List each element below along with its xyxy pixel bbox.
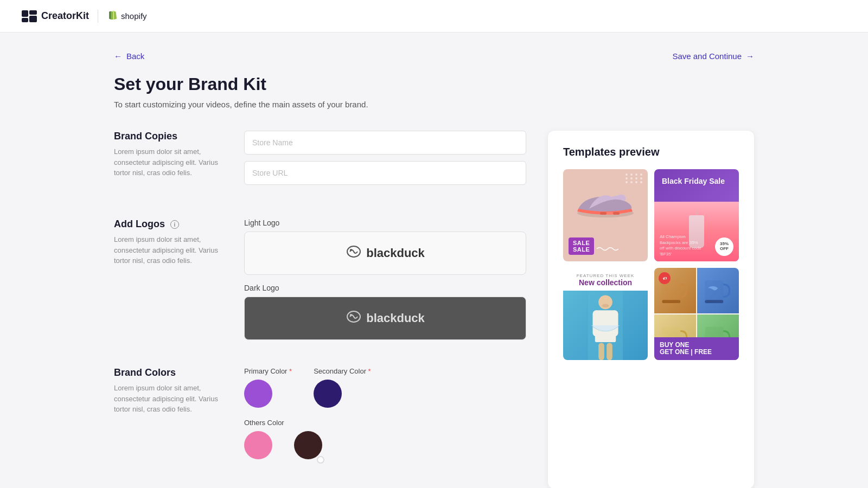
back-label: Back <box>126 52 144 61</box>
brand-colors-title: Brand Colors <box>114 367 233 378</box>
add-logos-section: Add Logos i Lorem ipsum dolor sit amet, … <box>114 219 526 340</box>
svg-point-5 <box>350 249 352 251</box>
primary-color-group: Primary Color * <box>244 367 292 408</box>
brand-colors-description: Lorem ipsum dolor sit amet, consectetur … <box>114 383 233 415</box>
page-subtitle: To start customizing your videos, define… <box>114 100 754 109</box>
other-color-swatch-2-wrapper <box>294 431 322 461</box>
light-logo-label: Light Logo <box>244 219 526 227</box>
shopify-label: shopify <box>121 11 147 21</box>
shopify-logo: shopify <box>107 9 147 23</box>
dark-logo-upload[interactable]: blackduck <box>244 297 526 340</box>
light-logo-group: Light Logo blackduck <box>244 219 526 275</box>
forward-arrow-icon: → <box>746 52 754 61</box>
svg-rect-23 <box>705 300 723 303</box>
svg-rect-18 <box>598 343 604 360</box>
colors-inputs: Primary Color * Secondary Color * <box>244 367 526 461</box>
template-card-4[interactable]: 🏷 BUY ONE GET ONE | FREE <box>654 268 739 360</box>
blackduck-icon-dark <box>346 309 362 328</box>
template-3-image <box>563 291 648 360</box>
info-icon[interactable]: i <box>170 220 179 229</box>
header: CreatorKit shopify <box>0 0 868 33</box>
buy-one-label: BUY ONE GET ONE | FREE <box>660 342 733 356</box>
other-color-swatch-2[interactable] <box>294 431 322 459</box>
main-content: ← Back Save and Continue → Set your Bran… <box>81 33 787 488</box>
svg-rect-2 <box>29 10 37 15</box>
page-title: Set your Brand Kit <box>114 74 754 94</box>
template-2-header: Black Friday Sale <box>662 177 731 188</box>
save-continue-button[interactable]: Save and Continue → <box>672 52 754 61</box>
template-card-3[interactable]: FEATURED THIS WEEK New collection <box>563 268 648 360</box>
brand-copies-inputs <box>244 131 526 191</box>
primary-secondary-row: Primary Color * Secondary Color * <box>244 367 526 408</box>
svg-point-14 <box>602 304 609 307</box>
logo-upload-section: Light Logo blackduck <box>244 219 526 340</box>
creatorkit-icon <box>22 10 37 22</box>
template-1-text: SALESALE <box>569 237 618 256</box>
black-friday-title: Black Friday Sale <box>662 177 731 186</box>
shopify-bag-icon <box>107 9 118 23</box>
template-card-1[interactable]: SALESALE <box>563 169 648 261</box>
dark-logo-label: Dark Logo <box>244 284 526 292</box>
mug-2 <box>697 268 739 313</box>
content-layout: Brand Copies Lorem ipsum dolor sit amet,… <box>114 131 754 488</box>
svg-rect-11 <box>613 212 620 215</box>
template-2-caption: All Champion Backpacks are 35% off with … <box>660 234 703 257</box>
svg-rect-3 <box>29 16 37 22</box>
buy-one-overlay: BUY ONE GET ONE | FREE <box>654 337 739 360</box>
light-logo-upload[interactable]: blackduck <box>244 232 526 275</box>
shoe-image <box>563 175 648 226</box>
brand-colors-section: Brand Colors Lorem ipsum dolor sit amet,… <box>114 367 526 461</box>
dark-logo-display: blackduck <box>346 309 425 328</box>
templates-title: Templates preview <box>563 146 739 158</box>
sale-badge: SALESALE <box>569 237 594 255</box>
svg-point-7 <box>350 314 352 316</box>
svg-rect-17 <box>611 310 618 336</box>
back-button[interactable]: ← Back <box>114 52 144 61</box>
new-collection-title: New collection <box>569 278 642 287</box>
store-url-input[interactable] <box>244 161 526 185</box>
others-color-swatches <box>244 431 526 461</box>
required-star-primary: * <box>289 367 292 375</box>
light-logo-display: blackduck <box>346 244 425 262</box>
templates-grid: SALESALE Black Friday Sale <box>563 169 739 360</box>
wavy-decoration <box>597 246 618 252</box>
creatorkit-label: CreatorKit <box>41 10 89 22</box>
templates-panel: Templates preview <box>548 131 754 488</box>
template-2-badge: 35%OFF <box>715 237 733 256</box>
svg-rect-1 <box>22 18 28 22</box>
primary-color-label: Primary Color * <box>244 367 292 375</box>
other-color-swatch-1[interactable] <box>244 431 272 459</box>
featured-label: FEATURED THIS WEEK <box>569 273 642 278</box>
svg-rect-10 <box>607 212 613 215</box>
save-continue-label: Save and Continue <box>672 52 742 61</box>
brand-copies-section: Brand Copies Lorem ipsum dolor sit amet,… <box>114 131 526 191</box>
store-name-input[interactable] <box>244 131 526 155</box>
secondary-color-label: Secondary Color * <box>314 367 371 375</box>
primary-color-swatch[interactable] <box>244 380 272 408</box>
left-column: Brand Copies Lorem ipsum dolor sit amet,… <box>114 131 526 488</box>
secondary-color-swatch[interactable] <box>314 380 342 408</box>
template-4-badge: 🏷 <box>659 272 671 284</box>
svg-rect-21 <box>662 300 680 303</box>
svg-rect-9 <box>600 212 607 215</box>
brand-copies-title: Brand Copies <box>114 131 233 142</box>
others-color-row: Others Color <box>244 419 526 461</box>
svg-rect-19 <box>607 343 612 360</box>
cursor-indicator <box>317 456 324 464</box>
brand-copies-label: Brand Copies Lorem ipsum dolor sit amet,… <box>114 131 233 178</box>
header-divider <box>98 10 98 23</box>
template-card-2[interactable]: Black Friday Sale 35%OFF All Champion Ba… <box>654 169 739 261</box>
back-arrow-icon: ← <box>114 52 122 61</box>
brand-logo: CreatorKit <box>22 10 89 22</box>
svg-rect-0 <box>22 10 28 17</box>
add-logos-title: Add Logos i <box>114 219 233 230</box>
others-color-label: Others Color <box>244 419 526 427</box>
dark-logo-group: Dark Logo blackduck <box>244 284 526 340</box>
required-star-secondary: * <box>368 367 371 375</box>
brand-colors-label: Brand Colors Lorem ipsum dolor sit amet,… <box>114 367 233 415</box>
svg-rect-16 <box>592 310 599 336</box>
brand-copies-description: Lorem ipsum dolor sit amet, consectetur … <box>114 146 233 178</box>
template-3-header: FEATURED THIS WEEK New collection <box>563 268 648 291</box>
add-logos-description: Lorem ipsum dolor sit amet, consectetur … <box>114 234 233 266</box>
secondary-color-group: Secondary Color * <box>314 367 371 408</box>
